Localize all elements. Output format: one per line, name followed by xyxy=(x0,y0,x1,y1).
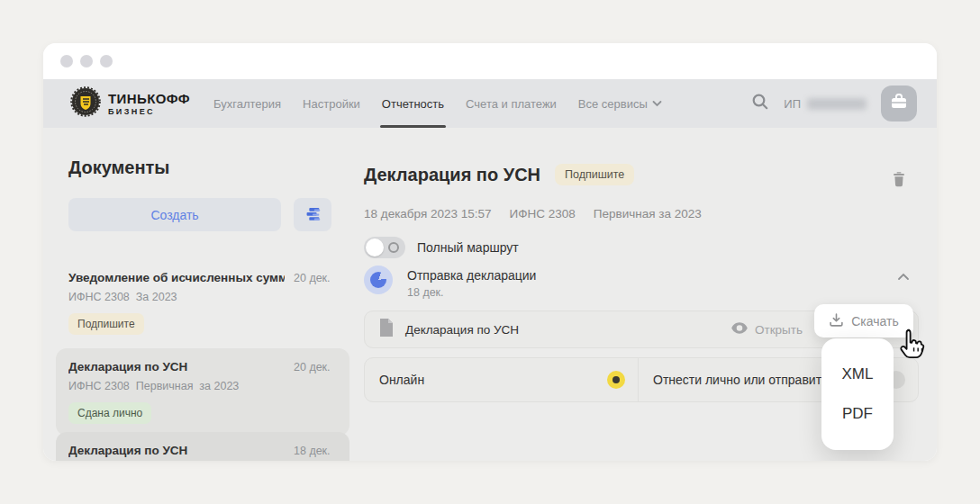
open-button[interactable]: Открыть xyxy=(731,321,803,338)
nav-settings[interactable]: Настройки xyxy=(292,79,371,128)
nav-payments[interactable]: Счета и платежи xyxy=(455,79,567,128)
download-format-dropdown: XML PDF xyxy=(821,338,894,450)
account-name-redacted xyxy=(807,98,867,110)
meta-kind: Первичная за 2023 xyxy=(594,207,702,220)
sign-status-badge: Подпишите xyxy=(555,164,634,185)
file-name: Декларация по УСН xyxy=(405,323,519,337)
option-online-label: Онлайн xyxy=(379,373,607,387)
toggle-knob xyxy=(366,238,384,256)
toggle-ring xyxy=(388,242,399,253)
nav-reports[interactable]: Отчетность xyxy=(371,79,455,128)
logo-line2: БИЗНЕС xyxy=(108,108,190,116)
tinkoff-logo[interactable]: ТИНЬКОФФ БИЗНЕС xyxy=(70,86,190,121)
document-list-item[interactable]: Декларация по УСН 20 дек. ИФНС 2308 Перв… xyxy=(56,348,349,436)
download-label: Скачать xyxy=(851,314,899,328)
account-prefix: ИП xyxy=(784,97,801,111)
progress-pie-icon xyxy=(364,266,393,294)
document-meta: 18 декабря 2023 15:57 ИФНС 2308 Первична… xyxy=(364,207,702,220)
document-list-item[interactable]: Уведомление об исчисленных сумма... 20 д… xyxy=(56,259,349,346)
briefcase-icon xyxy=(888,91,910,116)
page-title: Декларация по УСН xyxy=(364,165,540,185)
window-dot[interactable] xyxy=(80,55,93,68)
meta-datetime: 18 декабря 2023 15:57 xyxy=(364,207,492,220)
nav-label: Счета и платежи xyxy=(466,97,557,111)
window-dot[interactable] xyxy=(100,55,113,68)
app-header: ТИНЬКОФФ БИЗНЕС Бухгалтерия Настройки От… xyxy=(43,79,937,128)
search-icon[interactable] xyxy=(751,93,769,114)
tinkoff-emblem-icon xyxy=(70,86,101,121)
nav-all-services[interactable]: Все сервисы xyxy=(567,79,673,128)
download-icon xyxy=(829,312,844,330)
chevron-down-icon xyxy=(652,100,662,107)
radio-selected-icon[interactable] xyxy=(607,371,625,389)
status-badge: Сдана лично xyxy=(68,402,151,424)
document-subtitle: ИФНС 2308 Первичная за 2023 xyxy=(68,380,337,392)
download-button[interactable]: Скачать xyxy=(814,304,913,338)
account-name[interactable]: ИП xyxy=(784,97,867,111)
logo-line1: ТИНЬКОФФ xyxy=(108,92,190,105)
dropdown-item-pdf[interactable]: PDF xyxy=(842,405,873,423)
sidebar-title: Документы xyxy=(68,158,169,178)
filter-button[interactable] xyxy=(294,198,331,231)
browser-window: ТИНЬКОФФ БИЗНЕС Бухгалтерия Настройки От… xyxy=(43,43,937,461)
logo-text: ТИНЬКОФФ БИЗНЕС xyxy=(108,92,190,116)
collapse-button[interactable] xyxy=(897,270,910,284)
document-list-item-selected[interactable]: Декларация по УСН 18 дек. xyxy=(56,432,349,461)
delete-button[interactable] xyxy=(886,167,912,193)
dropdown-item-xml[interactable]: XML xyxy=(842,365,874,383)
trash-icon xyxy=(889,178,909,192)
timeline-step-date: 18 дек. xyxy=(407,286,444,299)
toggle-label: Полный маршрут xyxy=(417,240,519,255)
eye-icon xyxy=(731,321,748,338)
document-date: 20 дек. xyxy=(294,272,331,284)
document-title: Декларация по УСН xyxy=(68,444,285,457)
page-content: Документы Создать Уведомление об исчисле… xyxy=(43,128,937,461)
document-title: Уведомление об исчисленных сумма... xyxy=(68,271,285,284)
nav-label: Настройки xyxy=(303,97,360,111)
nav-label: Все сервисы xyxy=(578,97,648,111)
document-subtitle: ИФНС 2308 За 2023 xyxy=(68,291,337,303)
account-avatar[interactable] xyxy=(881,86,917,122)
document-date: 18 дек. xyxy=(294,445,331,457)
document-date: 20 дек. xyxy=(294,361,331,374)
full-route-toggle[interactable] xyxy=(364,237,405,258)
window-dot[interactable] xyxy=(60,55,73,68)
open-label: Открыть xyxy=(755,323,803,337)
main-nav: Бухгалтерия Настройки Отчетность Счета и… xyxy=(203,79,673,128)
window-titlebar xyxy=(43,43,937,79)
filter-icon xyxy=(303,203,322,226)
option-online[interactable]: Онлайн xyxy=(365,358,639,401)
chevron-up-icon xyxy=(897,270,910,284)
header-right: ИП xyxy=(751,86,917,122)
nav-accounting[interactable]: Бухгалтерия xyxy=(203,79,292,128)
document-title: Декларация по УСН xyxy=(68,360,285,374)
status-badge: Подпишите xyxy=(68,313,144,335)
nav-label: Отчетность xyxy=(382,97,444,111)
meta-ifns: ИФНС 2308 xyxy=(510,207,576,220)
file-icon xyxy=(379,319,394,340)
nav-label: Бухгалтерия xyxy=(213,97,281,111)
timeline-step-title: Отправка декларации xyxy=(407,268,536,283)
create-button[interactable]: Создать xyxy=(68,198,281,231)
